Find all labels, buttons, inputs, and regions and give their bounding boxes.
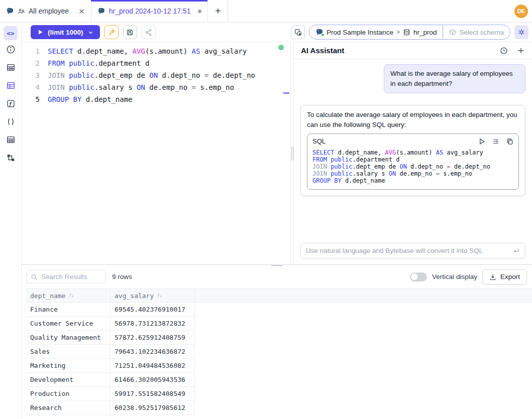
sql-code-block: SQL: [307, 133, 519, 190]
new-chat-icon[interactable]: [517, 47, 525, 55]
database-icon: [403, 29, 410, 36]
share-button[interactable]: [142, 25, 156, 39]
shared-sheet-icon: [18, 8, 25, 15]
table-row[interactable]: Sales79643.102234636872: [26, 345, 195, 359]
left-sidebar: <>: [0, 23, 22, 419]
er-diagram-icon[interactable]: [0, 149, 22, 167]
tab-label: All employee: [29, 7, 69, 15]
editor-panel-toggle[interactable]: <>: [4, 26, 18, 40]
postgres-icon: [315, 28, 324, 36]
table-row[interactable]: Production59917.551582408549: [26, 387, 195, 401]
results-panel: 9 rows Vertical display Export: [22, 264, 532, 419]
results-searchbox: [26, 270, 106, 284]
column-header-dept-name[interactable]: dept_name: [26, 289, 111, 302]
horizontal-splitter-grip[interactable]: [271, 264, 282, 266]
instance-status-dot: [321, 33, 325, 37]
unsaved-indicator-dot: [198, 10, 201, 13]
ai-code-line: GROUP BY d.dept_name: [312, 177, 513, 184]
column-header-avg-salary[interactable]: avg_salary: [111, 289, 195, 302]
table-icon[interactable]: [0, 58, 22, 76]
search-icon: [31, 273, 38, 281]
export-button[interactable]: Export: [482, 269, 527, 285]
postgres-icon: [6, 7, 14, 15]
ai-prompt-inputbox: [300, 243, 525, 258]
enter-icon[interactable]: [512, 247, 520, 254]
info-icon[interactable]: [0, 40, 22, 58]
connection-status-dot: [278, 45, 284, 50]
table-header-row: dept_name avg_salary: [26, 289, 532, 303]
play-icon: [37, 29, 43, 35]
tab-bar: All employee ✕ hr_prod 2024-10-12 17:51 …: [0, 0, 532, 23]
schema-selector[interactable]: Select schema: [443, 25, 510, 39]
ai-code-line: FROM public.department d: [312, 156, 513, 163]
ai-code-line: JOIN public.salary s ON de.emp_no = s.em…: [312, 170, 513, 177]
column-header-empty: [195, 289, 532, 302]
connection-selector: Prod Sample Instance > hr_prod Select: [309, 25, 510, 40]
code-language-label: SQL: [312, 136, 326, 147]
copy-icon[interactable]: [506, 138, 513, 145]
editor-line[interactable]: 5GROUP BY d.dept_name: [22, 93, 290, 105]
run-query-button[interactable]: (limit 1000): [31, 25, 100, 39]
table-row[interactable]: Finance69545.402376910017: [26, 303, 195, 317]
user-avatar[interactable]: DE: [514, 5, 528, 18]
scrollbar-cursor-marker: [283, 92, 289, 94]
breadcrumb-separator: >: [396, 29, 400, 36]
function-icon[interactable]: [0, 94, 22, 112]
table-icon[interactable]: [0, 130, 22, 149]
assistant-reply-text: To calculate the average salary of emplo…: [307, 110, 519, 130]
ai-code-line: SELECT d.dept_name, AVG(s.amount) AS avg…: [312, 149, 513, 156]
table-row[interactable]: Marketing71251.049484536082: [26, 359, 195, 373]
tab-hr-prod[interactable]: hr_prod 2024-10-12 17:51: [91, 0, 208, 22]
search-results-input[interactable]: [41, 273, 101, 281]
openai-assistant-button[interactable]: [514, 25, 528, 39]
tab-all-employee[interactable]: All employee ✕: [0, 0, 91, 22]
schema-cube-icon: [449, 29, 456, 36]
editor-line[interactable]: 2FROM public.department d: [22, 57, 290, 69]
editor-line[interactable]: 1SELECT d.dept_name, AVG(s.amount) AS av…: [22, 45, 290, 57]
postgres-icon: [97, 7, 105, 15]
vertical-display-toggle[interactable]: [410, 272, 427, 282]
insert-sql-icon[interactable]: [492, 138, 500, 145]
save-button[interactable]: [123, 25, 137, 39]
parentheses-icon[interactable]: [0, 112, 22, 130]
results-table: dept_name avg_salary: [26, 289, 532, 415]
new-tab-button[interactable]: +: [208, 0, 228, 22]
sql-editor[interactable]: 1SELECT d.dept_name, AVG(s.amount) AS av…: [22, 42, 290, 264]
tab-label: hr_prod 2024-10-12 17:51: [109, 7, 191, 15]
ai-code-line: JOIN public.dept_emp de ON d.dept_no = d…: [312, 163, 513, 170]
vertical-display-label: Vertical display: [432, 273, 477, 281]
ai-assistant-panel: AI Assistant What is the average salary …: [294, 42, 532, 264]
close-icon[interactable]: ✕: [78, 8, 85, 15]
editor-line[interactable]: 4JOIN public.salary s ON de.emp_no = s.e…: [22, 81, 290, 93]
sql-editor-app: All employee ✕ hr_prod 2024-10-12 17:51 …: [0, 0, 532, 419]
ai-prompt-input[interactable]: [306, 247, 512, 254]
batch-mode-button[interactable]: [291, 25, 305, 39]
schema-diagram-icon[interactable]: [0, 76, 22, 94]
vertical-splitter[interactable]: [290, 42, 294, 264]
sort-icon: [68, 293, 74, 299]
database-selector[interactable]: Prod Sample Instance > hr_prod: [309, 25, 443, 39]
user-message-bubble: What is the average salary of employees …: [384, 64, 525, 93]
chevron-down-icon: [88, 30, 93, 35]
editor-line[interactable]: 3JOIN public.dept_emp de ON d.dept_no = …: [22, 69, 290, 81]
table-row[interactable]: Research60238.952517985612: [26, 401, 195, 415]
format-wrench-button[interactable]: [104, 25, 119, 39]
run-sql-icon[interactable]: [478, 138, 485, 145]
row-count-label: 9 rows: [112, 273, 132, 281]
sort-icon: [157, 293, 163, 299]
table-row[interactable]: Quality Management57872.625912408759: [26, 331, 195, 345]
table-row[interactable]: Development61466.302005943536: [26, 373, 195, 387]
history-icon[interactable]: [500, 47, 508, 55]
table-row[interactable]: Customer Service56978.731213872832: [26, 317, 195, 331]
splitter-grip: [291, 147, 293, 161]
editor-toolbar: (limit 1000): [22, 23, 532, 42]
ai-panel-title: AI Assistant: [301, 46, 344, 55]
download-icon: [489, 273, 496, 281]
assistant-message-card: To calculate the average salary of emplo…: [300, 105, 525, 196]
